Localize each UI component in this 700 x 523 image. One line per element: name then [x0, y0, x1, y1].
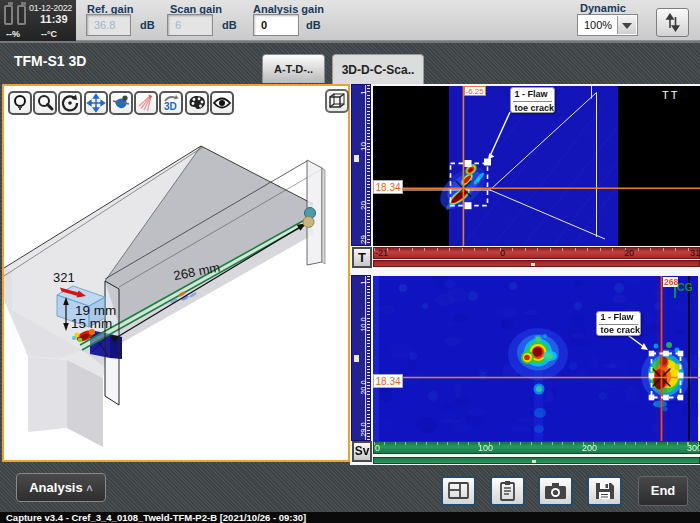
svg-text:TT: TT [662, 89, 679, 101]
svg-text:321: 321 [53, 270, 75, 285]
svg-text:15 mm: 15 mm [71, 316, 112, 331]
